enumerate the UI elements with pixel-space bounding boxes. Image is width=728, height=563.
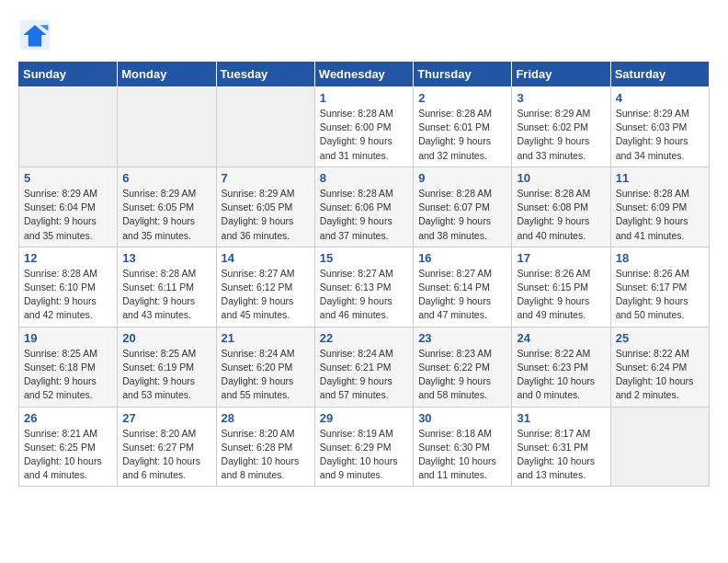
day-info: Sunrise: 8:28 AM Sunset: 6:01 PM Dayligh… <box>418 107 506 163</box>
day-info: Sunrise: 8:28 AM Sunset: 6:07 PM Dayligh… <box>418 187 506 243</box>
day-header-thursday: Thursday <box>414 62 512 87</box>
day-number: 14 <box>222 251 310 265</box>
logo <box>18 18 57 52</box>
calendar-cell: 9Sunrise: 8:28 AM Sunset: 6:07 PM Daylig… <box>414 167 512 247</box>
day-number: 23 <box>418 331 506 345</box>
day-number: 12 <box>24 251 112 265</box>
day-number: 15 <box>320 251 408 265</box>
day-number: 30 <box>418 411 506 425</box>
calendar-cell: 14Sunrise: 8:27 AM Sunset: 6:12 PM Dayli… <box>216 247 314 327</box>
calendar-cell: 10Sunrise: 8:28 AM Sunset: 6:08 PM Dayli… <box>512 167 610 247</box>
day-info: Sunrise: 8:28 AM Sunset: 6:00 PM Dayligh… <box>320 107 408 163</box>
day-number: 17 <box>517 251 605 265</box>
day-info: Sunrise: 8:25 AM Sunset: 6:19 PM Dayligh… <box>122 347 210 403</box>
day-number: 27 <box>122 411 210 425</box>
calendar-header-row: SundayMondayTuesdayWednesdayThursdayFrid… <box>19 62 710 87</box>
day-info: Sunrise: 8:26 AM Sunset: 6:17 PM Dayligh… <box>616 267 704 323</box>
day-info: Sunrise: 8:23 AM Sunset: 6:22 PM Dayligh… <box>418 347 506 403</box>
day-number: 19 <box>24 331 112 345</box>
day-number: 11 <box>616 171 704 185</box>
day-info: Sunrise: 8:28 AM Sunset: 6:10 PM Dayligh… <box>24 267 112 323</box>
day-number: 24 <box>517 331 605 345</box>
calendar-week-1: 1Sunrise: 8:28 AM Sunset: 6:00 PM Daylig… <box>19 87 710 167</box>
day-info: Sunrise: 8:20 AM Sunset: 6:27 PM Dayligh… <box>122 427 210 483</box>
calendar-cell: 7Sunrise: 8:29 AM Sunset: 6:05 PM Daylig… <box>216 167 314 247</box>
day-info: Sunrise: 8:21 AM Sunset: 6:25 PM Dayligh… <box>24 427 112 483</box>
calendar-cell: 27Sunrise: 8:20 AM Sunset: 6:27 PM Dayli… <box>118 407 216 487</box>
calendar-cell: 24Sunrise: 8:22 AM Sunset: 6:23 PM Dayli… <box>512 327 610 407</box>
calendar-cell: 15Sunrise: 8:27 AM Sunset: 6:13 PM Dayli… <box>314 247 413 327</box>
day-number: 25 <box>616 331 704 345</box>
day-info: Sunrise: 8:27 AM Sunset: 6:14 PM Dayligh… <box>418 267 506 323</box>
day-number: 26 <box>24 411 112 425</box>
day-info: Sunrise: 8:29 AM Sunset: 6:02 PM Dayligh… <box>517 107 605 163</box>
calendar-cell: 19Sunrise: 8:25 AM Sunset: 6:18 PM Dayli… <box>19 327 118 407</box>
calendar-cell: 12Sunrise: 8:28 AM Sunset: 6:10 PM Dayli… <box>19 247 118 327</box>
day-header-saturday: Saturday <box>610 62 709 87</box>
day-info: Sunrise: 8:29 AM Sunset: 6:04 PM Dayligh… <box>24 187 112 243</box>
day-number: 13 <box>122 251 210 265</box>
day-info: Sunrise: 8:27 AM Sunset: 6:12 PM Dayligh… <box>222 267 310 323</box>
day-info: Sunrise: 8:29 AM Sunset: 6:05 PM Dayligh… <box>122 187 210 243</box>
calendar-cell: 26Sunrise: 8:21 AM Sunset: 6:25 PM Dayli… <box>19 407 118 487</box>
calendar-week-5: 26Sunrise: 8:21 AM Sunset: 6:25 PM Dayli… <box>19 407 710 487</box>
calendar-cell: 23Sunrise: 8:23 AM Sunset: 6:22 PM Dayli… <box>414 327 512 407</box>
calendar-cell: 30Sunrise: 8:18 AM Sunset: 6:30 PM Dayli… <box>414 407 512 487</box>
calendar-cell: 11Sunrise: 8:28 AM Sunset: 6:09 PM Dayli… <box>610 167 709 247</box>
calendar-week-2: 5Sunrise: 8:29 AM Sunset: 6:04 PM Daylig… <box>19 167 710 247</box>
day-number: 21 <box>222 331 310 345</box>
calendar-cell: 28Sunrise: 8:20 AM Sunset: 6:28 PM Dayli… <box>216 407 314 487</box>
day-number: 7 <box>222 171 310 185</box>
day-number: 28 <box>222 411 310 425</box>
day-number: 31 <box>517 411 605 425</box>
calendar-cell: 17Sunrise: 8:26 AM Sunset: 6:15 PM Dayli… <box>512 247 610 327</box>
day-info: Sunrise: 8:25 AM Sunset: 6:18 PM Dayligh… <box>24 347 112 403</box>
calendar-cell: 21Sunrise: 8:24 AM Sunset: 6:20 PM Dayli… <box>216 327 314 407</box>
day-info: Sunrise: 8:28 AM Sunset: 6:11 PM Dayligh… <box>122 267 210 323</box>
page-header <box>18 18 710 52</box>
day-info: Sunrise: 8:29 AM Sunset: 6:05 PM Dayligh… <box>222 187 310 243</box>
day-header-friday: Friday <box>512 62 610 87</box>
day-number: 16 <box>418 251 506 265</box>
calendar-cell <box>610 407 709 487</box>
calendar-cell <box>216 87 314 167</box>
day-info: Sunrise: 8:22 AM Sunset: 6:24 PM Dayligh… <box>616 347 704 403</box>
day-info: Sunrise: 8:29 AM Sunset: 6:03 PM Dayligh… <box>616 107 704 163</box>
calendar-cell: 13Sunrise: 8:28 AM Sunset: 6:11 PM Dayli… <box>118 247 216 327</box>
day-number: 29 <box>320 411 408 425</box>
calendar-cell: 20Sunrise: 8:25 AM Sunset: 6:19 PM Dayli… <box>118 327 216 407</box>
day-number: 4 <box>616 91 704 105</box>
calendar-cell: 2Sunrise: 8:28 AM Sunset: 6:01 PM Daylig… <box>414 87 512 167</box>
day-info: Sunrise: 8:24 AM Sunset: 6:20 PM Dayligh… <box>222 347 310 403</box>
calendar-cell: 16Sunrise: 8:27 AM Sunset: 6:14 PM Dayli… <box>414 247 512 327</box>
calendar-cell: 18Sunrise: 8:26 AM Sunset: 6:17 PM Dayli… <box>610 247 709 327</box>
day-number: 5 <box>24 171 112 185</box>
day-info: Sunrise: 8:22 AM Sunset: 6:23 PM Dayligh… <box>517 347 605 403</box>
calendar-cell: 31Sunrise: 8:17 AM Sunset: 6:31 PM Dayli… <box>512 407 610 487</box>
day-header-monday: Monday <box>118 62 216 87</box>
calendar-cell: 1Sunrise: 8:28 AM Sunset: 6:00 PM Daylig… <box>314 87 413 167</box>
logo-icon <box>18 18 51 52</box>
calendar-cell: 3Sunrise: 8:29 AM Sunset: 6:02 PM Daylig… <box>512 87 610 167</box>
day-info: Sunrise: 8:18 AM Sunset: 6:30 PM Dayligh… <box>418 427 506 483</box>
day-info: Sunrise: 8:28 AM Sunset: 6:09 PM Dayligh… <box>616 187 704 243</box>
day-header-tuesday: Tuesday <box>216 62 314 87</box>
calendar-body: 1Sunrise: 8:28 AM Sunset: 6:00 PM Daylig… <box>19 87 710 487</box>
day-info: Sunrise: 8:28 AM Sunset: 6:06 PM Dayligh… <box>320 187 408 243</box>
day-info: Sunrise: 8:17 AM Sunset: 6:31 PM Dayligh… <box>517 427 605 483</box>
calendar-cell: 25Sunrise: 8:22 AM Sunset: 6:24 PM Dayli… <box>610 327 709 407</box>
day-info: Sunrise: 8:20 AM Sunset: 6:28 PM Dayligh… <box>222 427 310 483</box>
day-number: 20 <box>122 331 210 345</box>
day-number: 3 <box>517 91 605 105</box>
day-number: 22 <box>320 331 408 345</box>
calendar-week-4: 19Sunrise: 8:25 AM Sunset: 6:18 PM Dayli… <box>19 327 710 407</box>
calendar-table: SundayMondayTuesdayWednesdayThursdayFrid… <box>18 61 710 487</box>
calendar-cell <box>19 87 118 167</box>
day-number: 8 <box>320 171 408 185</box>
calendar-week-3: 12Sunrise: 8:28 AM Sunset: 6:10 PM Dayli… <box>19 247 710 327</box>
day-number: 9 <box>418 171 506 185</box>
day-info: Sunrise: 8:27 AM Sunset: 6:13 PM Dayligh… <box>320 267 408 323</box>
calendar-cell: 8Sunrise: 8:28 AM Sunset: 6:06 PM Daylig… <box>314 167 413 247</box>
calendar-cell: 6Sunrise: 8:29 AM Sunset: 6:05 PM Daylig… <box>118 167 216 247</box>
day-info: Sunrise: 8:28 AM Sunset: 6:08 PM Dayligh… <box>517 187 605 243</box>
